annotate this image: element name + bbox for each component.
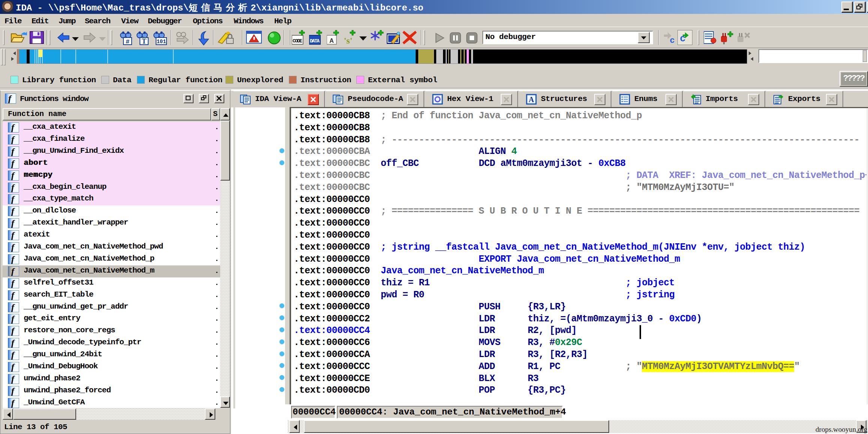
svg-text:A: A <box>329 38 334 44</box>
svg-text:c: c <box>670 36 674 44</box>
svg-text:A: A <box>529 95 534 104</box>
svg-text:CODE: CODE <box>293 38 302 44</box>
svg-text:DATA: DATA <box>310 38 320 44</box>
svg-text:T: T <box>142 38 146 45</box>
svg-text:101: 101 <box>156 39 166 45</box>
svg-text:#: # <box>126 38 129 45</box>
svg-text:'s': 's' <box>344 36 353 45</box>
